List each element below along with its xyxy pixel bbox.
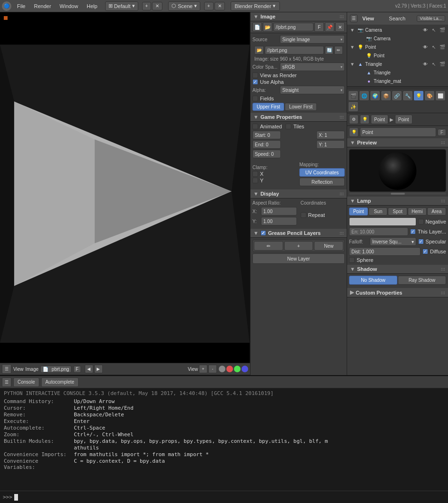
specular-checkbox[interactable] bbox=[418, 239, 424, 244]
use-alpha-checkbox[interactable] bbox=[252, 79, 258, 85]
point-group-cursor[interactable]: ↖ bbox=[430, 43, 438, 51]
visible-layers-btn[interactable]: Visible La... bbox=[417, 15, 445, 22]
props-tab-texture[interactable]: ⬜ bbox=[435, 90, 446, 101]
camera-group-eye[interactable]: 👁 bbox=[421, 26, 429, 34]
color-space-select[interactable]: sRGB ▾ bbox=[280, 63, 345, 71]
clamp-x-checkbox[interactable] bbox=[252, 171, 258, 177]
tree-item-triangle-group[interactable]: ▼ ▲ Triangle 👁 ↖ 🎬 bbox=[348, 60, 447, 68]
vp-color-gray[interactable] bbox=[219, 366, 225, 372]
alpha-select[interactable]: Straight ▾ bbox=[280, 86, 345, 94]
vp-image-btn[interactable]: Image bbox=[26, 367, 39, 372]
y-spinbox[interactable]: Y: 1 bbox=[316, 140, 345, 149]
image-pin-icon[interactable]: 📌 bbox=[325, 22, 334, 32]
tree-item-triangle-mat[interactable]: ● Triangle_mat bbox=[348, 77, 447, 85]
energy-field[interactable]: En: 10.000 bbox=[349, 227, 408, 236]
diffuse-checkbox[interactable] bbox=[422, 249, 428, 254]
animated-checkbox[interactable] bbox=[252, 124, 258, 129]
tree-item-point-group[interactable]: ▼ 💡 Point 👁 ↖ 🎬 bbox=[348, 43, 447, 51]
props-tab-particles[interactable]: ✨ bbox=[348, 101, 358, 112]
lamp-color-swatch[interactable] bbox=[349, 217, 416, 226]
props-tab-data[interactable]: 💡 bbox=[413, 90, 424, 101]
props-tab-scene[interactable]: 🌐 bbox=[359, 90, 369, 101]
vp-view-btn[interactable]: View bbox=[13, 367, 24, 372]
uv-coordinates-btn[interactable]: UV Coordinates bbox=[299, 168, 345, 177]
vp-view2-btn[interactable]: View bbox=[188, 367, 198, 372]
menu-file[interactable]: File bbox=[13, 2, 29, 10]
props-tab-material[interactable]: 🎨 bbox=[424, 90, 435, 101]
lower-first-tab[interactable]: Lower First bbox=[285, 103, 316, 111]
props-tab-render[interactable]: 🎬 bbox=[348, 90, 358, 101]
props-tab-world[interactable]: 🌍 bbox=[370, 90, 380, 101]
lamp-collapse[interactable]: ▼ bbox=[350, 198, 355, 204]
reflection-btn[interactable]: Reflection bbox=[299, 178, 345, 186]
filepath-reload[interactable]: 🔄 bbox=[325, 46, 333, 54]
triangle-group-render[interactable]: 🎬 bbox=[439, 60, 446, 68]
this-layer-checkbox[interactable] bbox=[410, 229, 416, 234]
repeat-checkbox[interactable] bbox=[301, 212, 306, 218]
lamp-type-point[interactable]: Point bbox=[349, 207, 368, 216]
tiles-checkbox[interactable] bbox=[286, 124, 291, 129]
view-as-render-checkbox[interactable] bbox=[252, 72, 258, 78]
vp-prev-frame[interactable]: ◀ bbox=[85, 365, 93, 373]
preview-collapse[interactable]: ▼ bbox=[350, 140, 355, 145]
aspect-y-spinbox[interactable]: 1.00 bbox=[261, 217, 297, 225]
fields-checkbox[interactable] bbox=[252, 96, 258, 101]
ctx-btn-point2[interactable]: Point bbox=[395, 115, 412, 124]
outliner-view-btn[interactable]: View bbox=[362, 16, 374, 21]
vp-zoom-in[interactable]: + bbox=[199, 365, 207, 373]
preview-scrollbar[interactable] bbox=[349, 193, 446, 195]
negative-checkbox[interactable] bbox=[418, 219, 424, 225]
tree-item-camera-group[interactable]: ▼ 📷 Camera 👁 ↖ 🎬 bbox=[348, 26, 447, 34]
viewport-canvas[interactable] bbox=[0, 12, 250, 375]
sphere-checkbox[interactable] bbox=[349, 257, 355, 263]
menu-window[interactable]: Window bbox=[56, 2, 82, 10]
workspace-selector[interactable]: ⊞ Default ▾ bbox=[105, 1, 138, 11]
tree-item-camera[interactable]: 📷 Camera bbox=[348, 34, 447, 43]
gp-collapse[interactable]: ▼ bbox=[253, 230, 259, 236]
menu-help[interactable]: Help bbox=[83, 2, 101, 10]
falloff-select[interactable]: Inverse Squ... ▾ bbox=[370, 237, 416, 246]
point-group-eye[interactable]: 👁 bbox=[421, 43, 429, 51]
ctx-btn-icon1[interactable]: ⚙ bbox=[349, 115, 358, 124]
filepath-field[interactable]: //pbrt.png bbox=[265, 46, 324, 54]
shadow-tab-none[interactable]: No Shadow bbox=[349, 276, 397, 285]
lamp-type-spot[interactable]: Spot bbox=[388, 207, 407, 216]
lamp-type-sun[interactable]: Sun bbox=[368, 207, 387, 216]
shadow-tab-ray[interactable]: Ray Shadow bbox=[398, 276, 446, 285]
console-cursor[interactable] bbox=[14, 494, 18, 501]
dist-field[interactable]: Dist: 1.000 bbox=[349, 247, 421, 256]
vp-color-green[interactable] bbox=[234, 366, 241, 372]
vp-zoom-out[interactable]: - bbox=[208, 365, 217, 373]
vp-filename-field[interactable]: 📄 pbrt.png bbox=[40, 366, 71, 373]
vp-mode-icon[interactable]: ☰ bbox=[2, 364, 11, 374]
display-collapse[interactable]: ▼ bbox=[253, 191, 259, 197]
props-tab-object[interactable]: 📦 bbox=[381, 90, 391, 101]
lamp-type-area[interactable]: Area bbox=[427, 207, 446, 216]
aspect-x-spinbox[interactable]: 1.00 bbox=[261, 207, 297, 216]
vp-color-blue[interactable] bbox=[242, 366, 248, 372]
speed-spinbox[interactable]: Speed: 0 bbox=[252, 150, 281, 158]
engine-selector[interactable]: Blender Render ▾ bbox=[231, 1, 280, 11]
gp-pencil-btn[interactable]: ✏ bbox=[254, 241, 283, 251]
gp-new-layer-btn[interactable]: New Layer bbox=[252, 253, 345, 264]
upper-first-tab[interactable]: Upper First bbox=[252, 103, 284, 111]
vp-next-frame[interactable]: ▶ bbox=[94, 365, 103, 373]
data-icon[interactable]: 💡 bbox=[349, 127, 358, 137]
camera-group-render[interactable]: 🎬 bbox=[439, 26, 446, 34]
props-tab-modifiers[interactable]: 🔧 bbox=[403, 90, 413, 101]
filepath-edit[interactable]: ✏ bbox=[334, 46, 343, 54]
x-spinbox[interactable]: X: 1 bbox=[316, 131, 345, 139]
camera-group-cursor[interactable]: ↖ bbox=[430, 26, 438, 34]
point-group-render[interactable]: 🎬 bbox=[439, 43, 446, 51]
gp-enabled-checkbox[interactable] bbox=[260, 230, 266, 236]
menu-render[interactable]: Render bbox=[30, 2, 55, 10]
console-tab[interactable]: Console bbox=[13, 377, 39, 387]
triangle-group-eye[interactable]: 👁 bbox=[421, 60, 429, 68]
image-close-icon[interactable]: ✕ bbox=[335, 22, 345, 32]
start-spinbox[interactable]: Start: 0 bbox=[252, 131, 281, 139]
custom-props-collapse[interactable]: ▶ bbox=[350, 289, 354, 296]
scene-remove[interactable]: ✕ bbox=[215, 2, 225, 10]
image-open-icon[interactable]: 📂 bbox=[263, 22, 272, 32]
triangle-group-expand[interactable]: ▼ bbox=[349, 62, 356, 67]
shadow-collapse[interactable]: ▼ bbox=[350, 266, 355, 272]
